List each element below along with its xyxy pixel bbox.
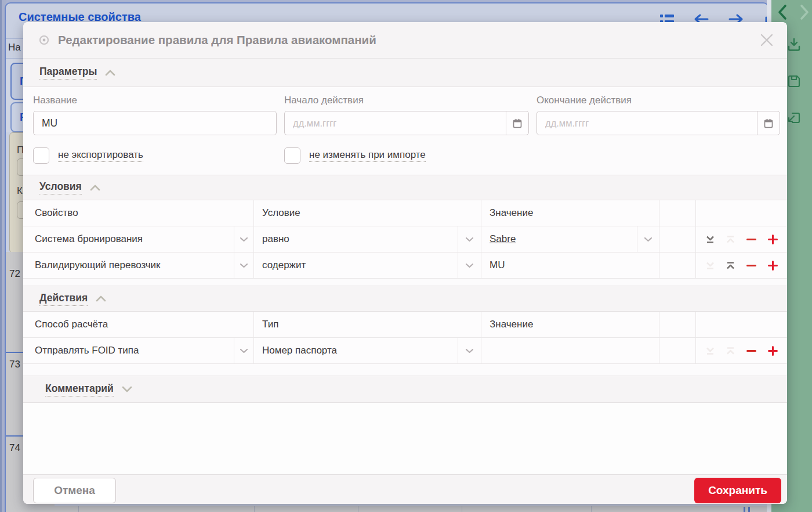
section-gap	[23, 279, 787, 286]
section-gap	[23, 364, 787, 376]
chevron-up-icon[interactable]	[90, 185, 100, 191]
row-actions	[696, 338, 787, 363]
property-select-value[interactable]: Система бронирования	[23, 226, 234, 252]
no-change-on-import-checkbox[interactable]	[284, 147, 300, 164]
column-header-actions	[696, 200, 787, 226]
section-label[interactable]: Параметры	[39, 66, 97, 80]
start-date-field	[284, 111, 529, 135]
row-number: 74	[9, 442, 20, 454]
chevron-down-icon[interactable]	[234, 253, 254, 278]
screen: Системные свойства На П Р П Ка	[0, 0, 812, 512]
move-down-icon[interactable]	[705, 235, 715, 244]
column-header: Значение	[481, 200, 659, 226]
export-icon[interactable]	[786, 110, 802, 128]
condition-row: Система бронирования равно Sabre	[23, 226, 787, 253]
spacer-cell	[659, 226, 696, 252]
chevron-down-icon[interactable]	[122, 386, 132, 392]
property-select-value[interactable]: Отправлять FOID типа	[23, 338, 234, 363]
column-header: Способ расчёта	[23, 312, 254, 337]
no-export-checkbox[interactable]	[33, 147, 49, 164]
column-header: Свойство	[23, 200, 254, 226]
value-text[interactable]	[481, 338, 659, 363]
spacer-cell	[659, 338, 696, 363]
section-parameters-header[interactable]: Параметры	[23, 59, 787, 87]
chevron-right-icon[interactable]	[797, 3, 812, 23]
no-change-on-import-label[interactable]: не изменять при импорте	[309, 149, 426, 162]
move-up-icon[interactable]	[726, 347, 735, 355]
background-grid-strip	[6, 506, 768, 512]
remove-row-icon[interactable]	[746, 235, 757, 244]
action-row: Отправлять FOID типа Номер паспорта	[23, 338, 787, 364]
value-text[interactable]: MU	[481, 253, 659, 278]
no-export-checkbox-group: не экспортировать	[33, 147, 143, 164]
calendar-icon[interactable]	[757, 111, 780, 135]
dialog-header: Редактирование правила для Правила авиак…	[23, 22, 787, 59]
remove-row-icon[interactable]	[746, 261, 757, 270]
value-select-value[interactable]: Sabre	[481, 226, 637, 252]
chevron-down-icon[interactable]	[234, 226, 254, 252]
no-change-on-import-checkbox-group: не изменять при импорте	[284, 147, 426, 164]
column-header: Условие	[254, 200, 481, 226]
chevron-down-icon[interactable]	[458, 226, 481, 252]
download-icon[interactable]	[786, 37, 802, 56]
condition-select-value[interactable]: содержит	[254, 253, 458, 278]
checkbox-row: не экспортировать не изменять при импорт…	[23, 147, 787, 167]
name-input[interactable]	[33, 111, 277, 135]
no-export-label[interactable]: не экспортировать	[58, 149, 143, 162]
column-header-actions	[696, 312, 787, 337]
section-comment-header[interactable]: Комментарий	[23, 376, 787, 403]
section-label[interactable]: Действия	[39, 292, 88, 306]
calendar-icon[interactable]	[506, 111, 528, 135]
add-row-icon[interactable]	[767, 261, 778, 271]
move-up-icon[interactable]	[726, 235, 735, 244]
table-header-row: Способ расчёта Тип Значение	[23, 312, 787, 338]
move-down-icon[interactable]	[705, 347, 715, 355]
chevron-down-icon[interactable]	[234, 338, 254, 363]
start-date-input[interactable]	[285, 111, 506, 135]
start-date-label: Начало действия	[284, 95, 364, 106]
actions-table: Способ расчёта Тип Значение Отправлять F…	[23, 312, 787, 364]
cancel-button[interactable]: Отмена	[33, 478, 116, 503]
empty-area	[23, 403, 787, 474]
dialog-title: Редактирование правила для Правила авиак…	[58, 33, 376, 47]
save-button[interactable]: Сохранить	[694, 478, 781, 503]
column-header-spacer	[659, 312, 696, 337]
property-select-value[interactable]: Валидирующий перевозчик	[23, 253, 234, 278]
move-down-icon[interactable]	[705, 261, 715, 270]
condition-row: Валидирующий перевозчик содержит MU	[23, 253, 787, 279]
spacer-cell	[659, 253, 696, 278]
end-date-input[interactable]	[537, 111, 757, 135]
chevron-down-icon[interactable]	[458, 253, 481, 278]
move-up-icon[interactable]	[726, 261, 735, 270]
section-label[interactable]: Комментарий	[45, 383, 114, 396]
edit-rule-dialog: Редактирование правила для Правила авиак…	[23, 22, 787, 504]
column-header: Значение	[481, 312, 659, 337]
parameters-section: Название Начало действия Окончание дейст…	[23, 87, 787, 175]
chevron-down-icon[interactable]	[637, 226, 659, 252]
target-icon	[38, 34, 50, 46]
column-header: Тип	[254, 312, 481, 337]
close-icon[interactable]	[759, 33, 774, 48]
remove-row-icon[interactable]	[746, 347, 757, 355]
condition-select-value[interactable]: равно	[254, 226, 458, 252]
name-field-label: Название	[33, 95, 77, 106]
row-number: 72	[9, 268, 20, 280]
section-label[interactable]: Условия	[39, 181, 82, 194]
add-row-icon[interactable]	[767, 346, 778, 356]
table-header-row: Свойство Условие Значение	[23, 200, 787, 226]
dialog-footer: Отмена Сохранить	[23, 474, 787, 504]
row-actions	[696, 253, 787, 278]
conditions-table: Свойство Условие Значение Система бронир…	[23, 200, 787, 279]
chevron-left-icon[interactable]	[775, 3, 790, 23]
section-conditions-header[interactable]: Условия	[23, 175, 787, 200]
chevron-down-icon[interactable]	[458, 338, 481, 363]
section-actions-header[interactable]: Действия	[23, 286, 787, 312]
add-row-icon[interactable]	[767, 235, 778, 244]
chevron-up-icon[interactable]	[105, 70, 115, 76]
column-header-spacer	[659, 200, 696, 226]
type-select-value[interactable]: Номер паспорта	[254, 338, 458, 363]
end-date-label: Окончание действия	[536, 95, 632, 106]
row-actions	[696, 226, 787, 252]
save-disk-icon[interactable]	[786, 74, 802, 91]
chevron-up-icon[interactable]	[96, 295, 106, 302]
